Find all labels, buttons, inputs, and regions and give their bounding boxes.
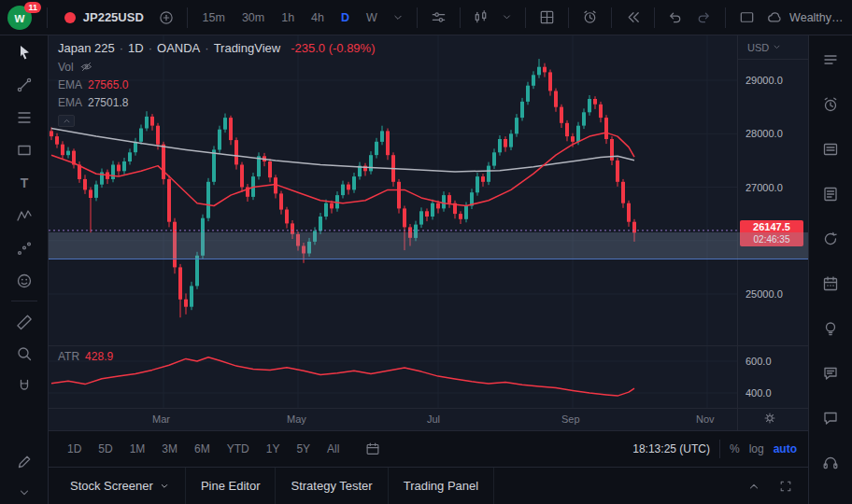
hotlists-icon[interactable] [821,230,840,248]
tab-stock-screener[interactable]: Stock Screener [54,468,186,504]
time-axis-corner [737,409,808,430]
price-axis[interactable]: USD 29000.028000.027000.026000.025000.02… [737,35,808,345]
range-all[interactable]: All [320,439,347,459]
cloud-account[interactable]: Wealthy Educ... [766,8,845,26]
pencil-icon[interactable] [15,453,34,471]
go-to-date-icon[interactable] [362,438,384,460]
tab-trading-panel[interactable]: Trading Panel [389,468,494,504]
price-tick-label: 27000.0 [746,182,783,193]
chart-legend: Japan 225 · 1D · OANDA · TradingView -23… [58,41,376,127]
auto-scale-toggle[interactable]: auto [774,442,797,455]
tab-strategy-tester[interactable]: Strategy Tester [276,468,388,504]
ema-slow-legend-row[interactable]: EMA 27501.8 [58,96,376,109]
legend-title-row: Japan 225 · 1D · OANDA · TradingView -23… [58,41,376,55]
timeframe-15m[interactable]: 15m [197,7,231,28]
emoji-icon[interactable] [15,272,34,290]
chart-settings-gear-icon[interactable] [762,411,777,426]
range-5d[interactable]: 5D [91,439,120,459]
divider [460,7,461,28]
timeframe-menu-chevron[interactable] [389,8,407,27]
atr-axis[interactable]: 600.0400.0 [737,346,808,409]
compare-add-icon[interactable] [155,7,178,29]
magnet-icon[interactable] [15,377,34,396]
collapse-chevron-icon[interactable] [17,485,32,500]
tab-label: Stock Screener [70,479,153,493]
log-scale-toggle[interactable]: log [749,442,764,455]
price-tick-label: 29000.0 [746,75,783,86]
separator-dot: · [205,41,208,55]
alert-clock-icon[interactable] [578,6,602,29]
legend-exchange: OANDA [157,41,200,55]
expand-panel-icon[interactable] [746,479,761,494]
divider [11,301,37,301]
watchlist-icon[interactable] [821,50,840,69]
range-1d[interactable]: 1D [60,439,89,459]
timeframe-1h[interactable]: 1h [276,7,300,28]
fullscreen-icon[interactable] [778,479,793,494]
fib-icon[interactable] [15,108,34,127]
ideas-icon[interactable] [821,319,840,338]
ema-fast-legend-row[interactable]: EMA 27565.0 [58,78,376,91]
chart-type-chevron[interactable] [498,8,516,26]
timeframe-1d-active[interactable]: D [335,7,355,28]
forecast-icon[interactable] [15,239,34,258]
time-scale[interactable]: MarMayJulSepNov [49,409,737,430]
legend-change: -235.0 (-0.89%) [291,41,375,55]
chart-type-icon[interactable] [469,6,492,29]
layout-rect-icon[interactable] [735,6,759,29]
tab-label: Strategy Tester [291,479,372,493]
tab-pine-editor[interactable]: Pine Editor [186,468,277,504]
text-tool-icon[interactable]: T [15,174,34,192]
shapes-icon[interactable] [15,141,34,160]
atr-legend-row[interactable]: ATR 428.9 [58,350,113,363]
range-1m[interactable]: 1M [122,439,153,459]
divider [187,7,188,28]
layout-grid-icon[interactable] [535,6,559,29]
ema-fast-label: EMA [58,78,82,91]
chat-icon[interactable] [821,364,840,383]
atr-canvas[interactable]: ATR 428.9 [49,346,737,409]
ruler-icon[interactable] [15,312,34,330]
month-tick-label: Mar [152,413,170,425]
range-5y[interactable]: 5Y [289,439,318,459]
last-price-label: 26147.502:46:35 [740,220,803,246]
percent-scale-toggle[interactable]: % [730,442,740,455]
timeframe-4h[interactable]: 4h [305,7,330,28]
app-logo[interactable]: w 11 [7,5,37,31]
divider [417,7,418,28]
currency-selector[interactable]: USD [738,35,808,60]
cursor-icon[interactable] [15,43,34,62]
atr-chart [49,346,737,409]
indicators-icon[interactable] [427,6,450,29]
redo-icon[interactable] [692,6,716,29]
zoom-icon[interactable] [15,344,34,363]
ema-slow-label: EMA [58,96,82,109]
currency-label: USD [747,42,769,53]
timeframe-1w[interactable]: W [361,7,383,28]
ema-slow-value: 27501.8 [88,96,128,109]
alerts-icon[interactable] [821,95,840,114]
undo-icon[interactable] [663,6,687,29]
clock-utc[interactable]: 18:13:25 (UTC) [632,442,710,455]
divider [568,7,569,28]
chart-canvas[interactable]: Japan 225 · 1D · OANDA · TradingView -23… [49,35,737,345]
tab-label: Trading Panel [404,479,478,493]
help-icon[interactable] [821,454,840,472]
calendar-icon[interactable] [821,274,840,293]
range-1y[interactable]: 1Y [259,439,288,459]
timeframe-30m[interactable]: 30m [236,7,270,28]
range-ytd[interactable]: YTD [220,439,257,459]
trendline-icon[interactable] [15,76,34,94]
range-6m[interactable]: 6M [187,439,218,459]
xabcd-pattern-icon[interactable] [15,206,34,225]
data-window-icon[interactable] [821,185,840,203]
eye-off-icon[interactable] [79,60,93,74]
tab-label: Pine Editor [201,479,261,493]
legend-collapse-button[interactable] [58,115,75,127]
range-3m[interactable]: 3M [154,439,185,459]
replay-icon[interactable] [621,6,645,29]
public-chat-icon[interactable] [821,409,840,427]
news-icon[interactable] [821,140,840,159]
symbol-button[interactable]: JP225USD [57,7,149,29]
time-axis: MarMayJulSepNov [49,408,808,430]
